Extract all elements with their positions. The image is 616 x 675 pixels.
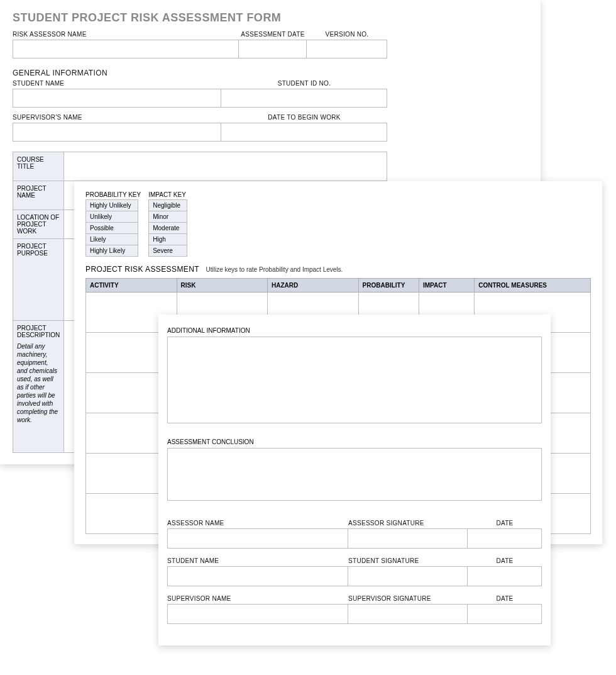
probability-key-label: PROBABILITY KEY [85, 191, 141, 198]
probability-key-item: Likely [85, 233, 138, 245]
student-name-input[interactable] [13, 89, 221, 108]
col-probability: PROBABILITY [358, 279, 419, 293]
purpose-label: PROJECT PURPOSE [13, 239, 64, 321]
assessment-date-label: ASSESSMENT DATE [239, 31, 307, 40]
impact-key-item: Minor [148, 211, 187, 223]
conclusion-label: ASSESSMENT CONCLUSION [167, 438, 542, 445]
impact-key-item: Negligible [148, 199, 187, 211]
description-label: PROJECT DESCRIPTION Detail any machinery… [13, 321, 64, 453]
location-label: LOCATION OF PROJECT WORK [13, 210, 64, 239]
supervisor-date-input[interactable] [467, 604, 542, 624]
date-begin-label: DATE TO BEGIN WORK [221, 114, 387, 123]
form-page-3: ADDITIONAL INFORMATION ASSESSMENT CONCLU… [158, 315, 551, 645]
project-name-label: PROJECT NAME [13, 181, 64, 210]
col-hazard: HAZARD [268, 279, 359, 293]
conclusion-input[interactable] [167, 448, 542, 501]
description-label-text: PROJECT DESCRIPTION [17, 325, 60, 338]
student-signature-label: STUDENT SIGNATURE [348, 557, 468, 566]
additional-info-label: ADDITIONAL INFORMATION [167, 327, 542, 334]
assessment-date-input[interactable] [238, 40, 307, 59]
assessor-name-input[interactable] [13, 40, 239, 59]
student-name-label-sig: STUDENT NAME [167, 557, 348, 566]
general-info-heading: GENERAL INFORMATION [13, 69, 528, 77]
col-control: CONTROL MEASURES [475, 279, 591, 293]
supervisor-signature-input[interactable] [348, 604, 468, 624]
col-risk: RISK [177, 279, 268, 293]
probability-key-item: Highly Likely [85, 245, 138, 257]
probability-key-item: Unlikely [85, 211, 138, 223]
impact-key: IMPACT KEY Negligible Minor Moderate Hig… [148, 191, 187, 257]
assessor-signature-input[interactable] [348, 528, 468, 549]
course-title-label: COURSE TITLE [13, 152, 64, 181]
impact-key-item: Moderate [148, 222, 187, 234]
assessor-name-label-sig: ASSESSOR NAME [167, 520, 348, 528]
course-title-input[interactable] [64, 152, 387, 181]
probability-key-item: Possible [85, 222, 138, 234]
supervisor-name-sig-input[interactable] [167, 604, 348, 624]
description-note: Detail any machinery, equipment, and che… [17, 342, 60, 424]
impact-key-label: IMPACT KEY [148, 191, 187, 198]
student-name-sig-input[interactable] [167, 566, 348, 586]
version-no-label: VERSION NO. [307, 31, 387, 40]
col-impact: IMPACT [419, 279, 474, 293]
student-name-label: STUDENT NAME [13, 80, 221, 89]
supervisor-name-label: SUPERVISOR'S NAME [13, 114, 221, 123]
assessor-signature-label: ASSESSOR SIGNATURE [348, 520, 468, 528]
impact-key-item: High [148, 233, 187, 245]
assessor-date-input[interactable] [467, 528, 542, 549]
assessment-subtitle: Utilize keys to rate Probability and Imp… [206, 266, 343, 273]
assessor-name-label: RISK ASSESSOR NAME [13, 31, 239, 40]
student-date-label: DATE [468, 557, 542, 566]
student-date-input[interactable] [467, 566, 542, 586]
student-id-input[interactable] [221, 89, 387, 108]
impact-key-item: Severe [148, 245, 187, 257]
col-activity: ACTIVITY [86, 279, 177, 293]
supervisor-date-label: DATE [468, 595, 542, 604]
supervisor-signature-label: SUPERVISOR SIGNATURE [348, 595, 468, 604]
date-begin-input[interactable] [221, 123, 387, 142]
probability-key-item: Highly Unlikely [85, 199, 138, 211]
probability-key: PROBABILITY KEY Highly Unlikely Unlikely… [85, 191, 141, 257]
student-id-label: STUDENT ID NO. [221, 80, 387, 89]
additional-info-input[interactable] [167, 337, 542, 423]
form-title: STUDENT PROJECT RISK ASSESSMENT FORM [13, 11, 528, 25]
supervisor-name-label-sig: SUPERVISOR NAME [167, 595, 348, 604]
assessor-date-label: DATE [468, 520, 542, 528]
student-signature-input[interactable] [348, 566, 468, 586]
assessment-title: PROJECT RISK ASSESSMENT [85, 265, 199, 274]
assessor-name-sig-input[interactable] [167, 528, 348, 549]
supervisor-name-input[interactable] [13, 123, 221, 142]
version-no-input[interactable] [306, 40, 387, 59]
